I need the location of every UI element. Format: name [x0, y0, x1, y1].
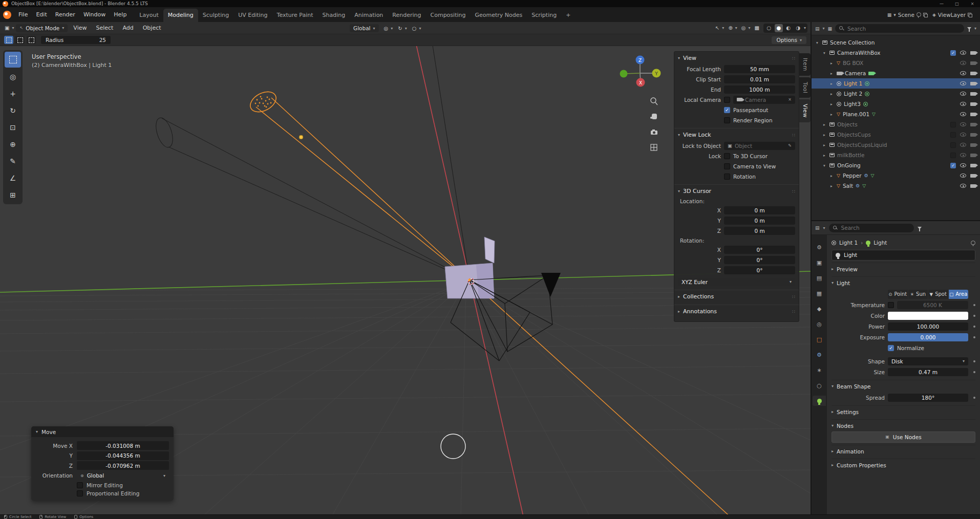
gizmo-axis-y-neg[interactable] [620, 70, 628, 78]
properties-search[interactable] [829, 224, 914, 232]
tab-texture-paint[interactable]: Texture Paint [272, 9, 318, 22]
tool-rotate[interactable]: ↻ [5, 102, 21, 118]
expand-icon[interactable]: ▸ [822, 153, 827, 158]
object-visibility-button[interactable]: ↖ ▾ [714, 25, 724, 31]
cursor-rot-x-field[interactable]: 0° [724, 246, 795, 254]
menu-object[interactable]: Object [139, 25, 165, 31]
scene-selector[interactable]: ▦ ▾ Scene [887, 12, 927, 18]
tab-object-icon[interactable]: □ [813, 334, 826, 344]
hide-eye-icon[interactable] [960, 163, 966, 167]
cursor-rot-y-field[interactable]: 0° [724, 256, 795, 264]
lock-object-field[interactable]: ▣ Object ✎ [724, 142, 795, 150]
tool-move[interactable]: + [5, 85, 21, 101]
minimize-button[interactable]: — [934, 0, 949, 7]
disable-render-icon[interactable] [970, 133, 976, 137]
cursor-loc-y-field[interactable]: 0 m [724, 217, 795, 225]
tab-modifiers-icon[interactable]: ⚙ [813, 350, 826, 360]
viewlayer-selector[interactable]: ◈ ViewLayer [932, 12, 972, 18]
to-3d-cursor-checkbox[interactable] [724, 153, 730, 159]
outliner-row-scene-collection[interactable]: ▾ Scene Collection [812, 37, 980, 48]
filter-icon[interactable] [967, 27, 971, 30]
new-scene-icon[interactable] [923, 13, 927, 17]
pivot-point-button[interactable]: ◎ ▾ [382, 26, 393, 31]
disable-render-icon[interactable] [970, 102, 976, 106]
local-camera-checkbox[interactable] [724, 97, 730, 103]
hide-eye-icon[interactable] [960, 61, 966, 65]
hide-eye-icon[interactable] [960, 133, 966, 137]
tab-item[interactable]: Item [799, 53, 811, 76]
expand-icon[interactable]: ▾ [815, 40, 820, 45]
disable-render-icon[interactable] [970, 51, 976, 55]
hide-eye-icon[interactable] [960, 92, 966, 96]
hide-eye-icon[interactable] [960, 112, 966, 116]
drag-dots-icon[interactable]: ∷ [792, 309, 795, 314]
collection-exclude-checkbox[interactable] [950, 132, 956, 138]
drag-dots-icon[interactable]: ∷ [792, 189, 795, 194]
tab-world-icon[interactable]: ◎ [813, 319, 826, 329]
outliner-row-ongoing[interactable]: ▾ OnGoing ✓ [812, 160, 980, 170]
tool-select-box[interactable] [5, 52, 21, 68]
power-field[interactable]: 100.000 [888, 322, 968, 331]
disable-render-icon[interactable] [970, 174, 976, 178]
menu-window[interactable]: Window [79, 11, 110, 18]
select-mode-new-icon[interactable] [4, 36, 13, 44]
datablock-name-field[interactable]: Light [832, 250, 975, 261]
expand-icon[interactable]: ▾ [822, 51, 827, 55]
collection-exclude-checkbox[interactable] [950, 122, 956, 127]
outliner-row-objects[interactable]: ▸ Objects [812, 119, 980, 129]
mirror-editing-checkbox[interactable] [77, 482, 83, 488]
hide-eye-icon[interactable] [960, 71, 966, 75]
expand-icon[interactable]: ▸ [822, 143, 827, 147]
tab-tool-icon[interactable]: ⚙ [813, 242, 826, 252]
rotation-lock-checkbox[interactable] [724, 174, 730, 180]
tab-layout[interactable]: Layout [135, 9, 163, 22]
custom-properties-header[interactable]: ▸ Custom Properties [832, 460, 975, 470]
tool-transform[interactable]: ⊕ [5, 136, 21, 152]
close-button[interactable]: × [965, 0, 980, 7]
select-mode-subtract-icon[interactable] [27, 36, 36, 44]
settings-header[interactable]: ▸ Settings [832, 406, 975, 417]
proportional-edit-button[interactable]: ○ ▾ [411, 26, 421, 31]
tab-uv-editing[interactable]: UV Editing [233, 9, 272, 22]
expand-icon[interactable]: ▸ [822, 122, 827, 127]
normalize-checkbox[interactable]: ✓ [888, 345, 894, 351]
focal-length-field[interactable]: 50 mm [724, 65, 795, 73]
light-type-area[interactable]: □Area [949, 290, 969, 299]
expand-icon[interactable]: ▸ [829, 184, 834, 188]
clip-start-field[interactable]: 0.01 m [724, 75, 795, 83]
hide-eye-icon[interactable] [960, 102, 966, 106]
passepartout-checkbox[interactable]: ✓ [724, 107, 730, 113]
drag-dots-icon[interactable]: ∷ [792, 133, 795, 138]
outliner-search[interactable] [835, 24, 964, 33]
blender-menu-icon[interactable] [3, 11, 11, 19]
mode-select[interactable]: ↖ Object Mode ▾ [16, 24, 68, 32]
expand-icon[interactable]: ▸ [829, 102, 834, 106]
tab-object-data-icon[interactable] [813, 396, 826, 406]
shading-wireframe-button[interactable]: ○ [765, 24, 773, 32]
outliner-row-camerawithbox[interactable]: ▾ CameraWithBox ✓ [812, 48, 980, 58]
outliner-row-light-1[interactable]: ▸ Light 1 [812, 78, 980, 89]
tab-shading[interactable]: Shading [318, 9, 350, 22]
breadcrumb-object[interactable]: Light 1 [839, 240, 858, 246]
tab-output-icon[interactable]: ▤ [813, 273, 826, 283]
size-field[interactable]: 0.47 m [888, 368, 968, 376]
eyedropper-icon[interactable]: ✎ [788, 143, 792, 148]
outliner-row-light-2[interactable]: ▸ Light 2 [812, 89, 980, 99]
outliner-row-milkbottle[interactable]: ▸ milkBottle [812, 150, 980, 160]
tab-render-icon[interactable]: ▣ [813, 257, 826, 268]
proportional-editing-checkbox[interactable] [77, 490, 83, 496]
light-handle-dot[interactable] [299, 135, 303, 139]
disable-render-icon[interactable] [970, 113, 976, 116]
menu-select[interactable]: Select [92, 25, 117, 31]
hide-eye-icon[interactable] [960, 153, 966, 157]
shading-rendered-button[interactable]: ◑ [794, 24, 802, 32]
collection-exclude-checkbox[interactable]: ✓ [950, 50, 956, 56]
animate-dot-icon[interactable] [973, 336, 975, 338]
filter-icon[interactable] [918, 227, 922, 229]
tab-scripting[interactable]: Scripting [527, 9, 561, 22]
disable-render-icon[interactable] [970, 92, 976, 96]
move-y-field[interactable]: -0.044356 m [77, 451, 169, 460]
tab-sculpting[interactable]: Sculpting [198, 9, 233, 22]
disable-render-icon[interactable] [970, 72, 976, 75]
animate-dot-icon[interactable] [973, 397, 975, 399]
